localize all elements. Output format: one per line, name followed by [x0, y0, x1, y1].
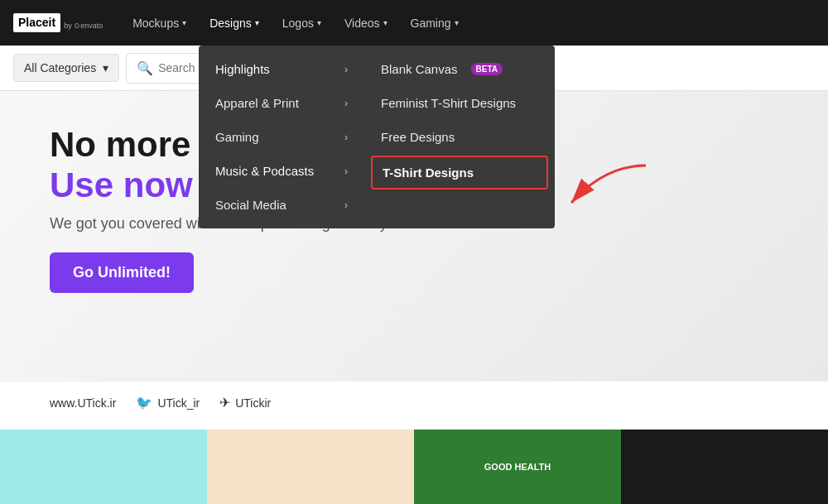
search-icon: 🔍 — [137, 60, 153, 76]
dropdown-right-panel: Blank Canvas BETA Feminist T-Shirt Desig… — [364, 46, 555, 228]
logo-sub: by ⊙envato — [64, 22, 103, 30]
chevron-down-icon: ▾ — [255, 18, 259, 27]
chevron-right-icon: › — [344, 166, 348, 177]
logo-text: Placeit — [13, 13, 60, 32]
chevron-down-icon: ▾ — [383, 18, 388, 27]
social-website: www.UTick.ir — [50, 396, 116, 410]
chevron-right-icon: › — [344, 132, 348, 143]
chevron-down-icon: ▾ — [182, 18, 186, 27]
dropdown-item-feminist[interactable]: Feminist T-Shirt Designs — [364, 86, 555, 120]
chevron-down-icon: ▾ — [455, 18, 459, 27]
go-unlimited-button[interactable]: Go Unlimited! — [50, 252, 194, 293]
chevron-right-icon: › — [344, 98, 348, 109]
nav-item-designs[interactable]: Designs ▾ — [200, 12, 269, 35]
dropdown-item-apparel[interactable]: Apparel & Print › — [199, 86, 364, 120]
nav-item-mockups[interactable]: Mockups ▾ — [123, 12, 196, 35]
social-telegram[interactable]: ✈ UTickir — [219, 395, 271, 410]
twitter-icon: 🐦 — [136, 395, 152, 410]
telegram-icon: ✈ — [219, 395, 230, 410]
dropdown-item-blank-canvas[interactable]: Blank Canvas BETA — [364, 52, 555, 86]
dropdown-item-tshirt[interactable]: T-Shirt Designs — [371, 156, 548, 190]
dropdown-item-free-designs[interactable]: Free Designs — [364, 120, 555, 154]
chevron-down-icon: ▾ — [317, 18, 321, 27]
dropdown-item-music[interactable]: Music & Podcasts › — [199, 154, 364, 188]
thumbnail-1 — [0, 430, 207, 504]
chevron-right-icon: › — [344, 64, 348, 75]
dropdown-item-highlights[interactable]: Highlights › — [199, 52, 364, 86]
dropdown-left-panel: Highlights › Apparel & Print › Gaming › … — [199, 46, 364, 228]
beta-badge: BETA — [471, 63, 503, 75]
navbar: Placeit by ⊙envato Mockups ▾ Designs ▾ L… — [0, 0, 828, 46]
social-strip: www.UTick.ir 🐦 UTick_ir ✈ UTickir — [0, 381, 828, 424]
social-twitter[interactable]: 🐦 UTick_ir — [136, 395, 200, 410]
nav-item-videos[interactable]: Videos ▾ — [335, 12, 397, 35]
designs-dropdown: Highlights › Apparel & Print › Gaming › … — [199, 46, 555, 228]
nav-item-gaming[interactable]: Gaming ▾ — [401, 12, 469, 35]
dropdown-item-social[interactable]: Social Media › — [199, 188, 364, 222]
dropdown-item-gaming[interactable]: Gaming › — [199, 120, 364, 154]
thumbnail-3: GOOD HEALTH — [414, 430, 621, 504]
chevron-down-icon: ▾ — [103, 61, 108, 74]
thumbnail-2 — [207, 430, 414, 504]
category-dropdown[interactable]: All Categories ▾ — [13, 54, 119, 82]
thumbnail-4 — [621, 430, 828, 504]
nav-item-logos[interactable]: Logos ▾ — [272, 12, 331, 35]
chevron-right-icon: › — [344, 199, 348, 211]
nav-items: Mockups ▾ Designs ▾ Logos ▾ Videos ▾ Gam… — [123, 12, 468, 35]
thumbnail-strip: GOOD HEALTH — [0, 430, 828, 504]
logo[interactable]: Placeit by ⊙envato — [13, 13, 103, 32]
